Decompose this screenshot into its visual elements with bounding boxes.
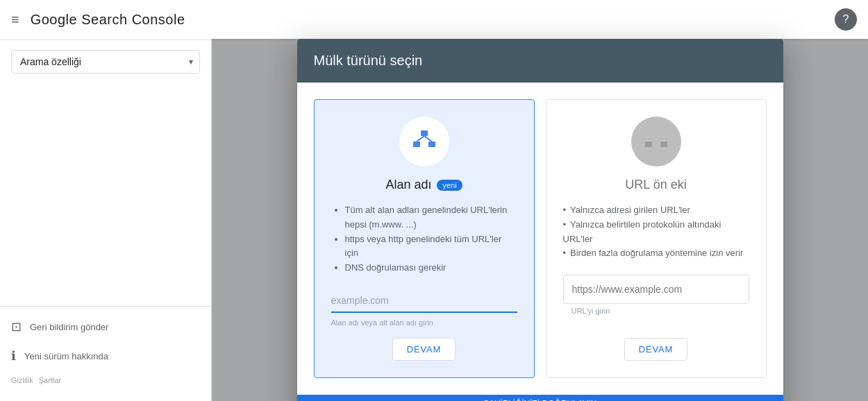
dialog-container: Mülk türünü seçin	[212, 39, 868, 401]
main-content: Mülk türünü seçin	[212, 39, 868, 401]
url-title-row: URL ön eki	[625, 178, 686, 192]
url-icon-circle	[631, 117, 681, 167]
url-network-icon	[642, 128, 670, 155]
layout: Arama özelliği ▾ ⊡ Geri bildirim gönder …	[0, 39, 868, 401]
svg-line-8	[649, 136, 656, 142]
domain-devam-button[interactable]: DEVAM	[392, 338, 456, 361]
domain-network-icon	[410, 128, 438, 155]
url-prefix-title: URL ön eki	[625, 178, 686, 192]
dialog-header: Mülk türünü seçin	[297, 39, 783, 83]
svg-line-4	[424, 136, 432, 142]
domain-input-hint: Alan adı veya alt alan adı girin	[331, 318, 517, 327]
svg-rect-5	[653, 130, 660, 136]
domain-bullet-3: DNS doğrulaması gerekir	[345, 261, 517, 275]
url-bullets: Yalnızca adresi girilen URL'ler Yalnızca…	[563, 203, 749, 261]
new-version-label: Yeni sürüm hakkında	[24, 351, 108, 361]
svg-rect-6	[645, 142, 652, 147]
domain-icon-circle	[399, 117, 449, 167]
url-prefix-card: URL ön eki Yalnızca adresi girilen URL'l…	[546, 99, 767, 378]
sidebar-search-wrapper: Arama özelliği ▾	[11, 50, 200, 74]
domain-title-row: Alan adı yeni	[385, 178, 462, 192]
feedback-item[interactable]: ⊡ Geri bildirim gönder	[0, 312, 211, 341]
dialog-title: Mülk türünü seçin	[314, 53, 423, 68]
url-devam-button[interactable]: DEVAM	[624, 338, 687, 361]
sidebar-footer: Gizlilik Şartlar	[0, 370, 211, 390]
dialog-body: Alan adı yeni Tüm alt alan adları geneli…	[297, 83, 783, 401]
domain-input[interactable]	[331, 289, 517, 313]
ownership-bar: SAHİPLİĞİNİZİ DOĞRULAYIN	[297, 395, 783, 401]
svg-line-9	[656, 136, 664, 142]
url-bullet-1: Yalnızca adresi girilen URL'ler	[563, 203, 749, 218]
svg-rect-0	[421, 130, 428, 136]
hamburger-icon[interactable]: ≡	[11, 12, 19, 28]
svg-rect-1	[413, 142, 420, 147]
svg-rect-2	[428, 142, 435, 147]
new-badge: yeni	[437, 180, 462, 191]
feedback-icon: ⊡	[11, 319, 22, 334]
svg-line-3	[417, 136, 424, 142]
topbar: ≡ Google Search Console ?	[0, 0, 868, 39]
domain-card: Alan adı yeni Tüm alt alan adları geneli…	[314, 99, 535, 378]
domain-title: Alan adı	[385, 178, 431, 192]
help-button[interactable]: ?	[835, 8, 857, 31]
svg-rect-7	[660, 142, 667, 147]
terms-link[interactable]: Şartlar	[39, 376, 61, 384]
url-bullet-2: Yalnızca belirtilen protokolün altındaki…	[563, 218, 749, 247]
privacy-link[interactable]: Gizlilik	[11, 376, 33, 384]
url-bullet-3: Birden fazla doğrulama yöntemine izin ve…	[563, 246, 749, 261]
dialog-box: Mülk türünü seçin	[297, 39, 783, 401]
url-input-hint: URL'yi girin	[563, 307, 749, 315]
app-title: Google Search Console	[31, 12, 185, 28]
domain-input-wrapper	[331, 289, 517, 313]
domain-bullet-2: https veya http genelindeki tüm URL'ler …	[345, 232, 517, 262]
domain-bullet-1: Tüm alt alan adları genelindeki URL'leri…	[345, 203, 517, 232]
feedback-label: Geri bildirim gönder	[30, 322, 108, 332]
search-property-select[interactable]: Arama özelliği	[11, 50, 200, 74]
info-icon: ℹ	[11, 348, 16, 364]
sidebar-bottom: ⊡ Geri bildirim gönder ℹ Yeni sürüm hakk…	[0, 306, 211, 390]
sidebar: Arama özelliği ▾ ⊡ Geri bildirim gönder …	[0, 39, 212, 401]
domain-bullets: Tüm alt alan adları genelindeki URL'leri…	[331, 203, 517, 275]
dialog-cards: Alan adı yeni Tüm alt alan adları geneli…	[297, 83, 783, 395]
url-input[interactable]	[563, 275, 749, 304]
new-version-item[interactable]: ℹ Yeni sürüm hakkında	[0, 341, 211, 370]
